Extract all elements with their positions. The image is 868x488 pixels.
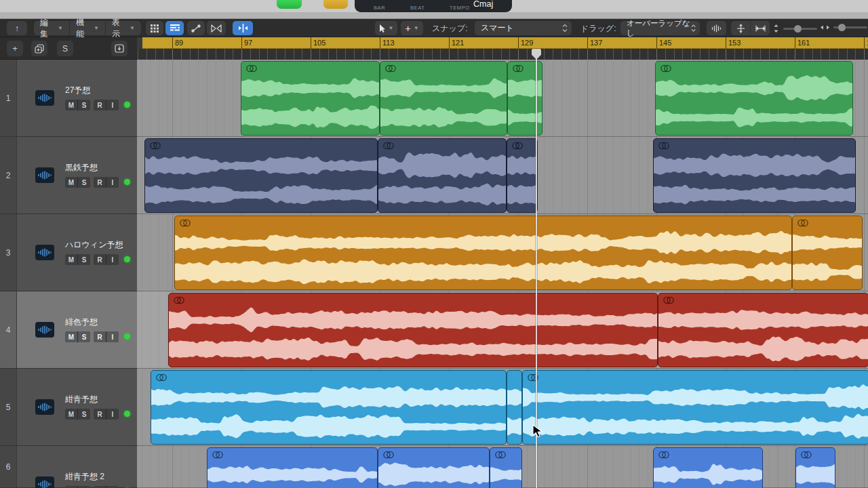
- back-button[interactable]: ↑: [7, 21, 27, 35]
- count-in-button[interactable]: [277, 0, 302, 9]
- input-monitor-button[interactable]: I: [106, 254, 119, 265]
- metronome-button[interactable]: [323, 0, 348, 9]
- audio-region[interactable]: [655, 61, 853, 136]
- mute-button[interactable]: M: [65, 177, 77, 188]
- audio-region[interactable]: [378, 138, 507, 213]
- menu-edit[interactable]: 編集▼: [34, 21, 69, 35]
- lcd-display[interactable]: BAR BEAT TEMPO Cmaj: [355, 0, 512, 12]
- horizontal-auto-zoom-button[interactable]: [751, 21, 770, 35]
- input-monitor-button[interactable]: I: [106, 100, 119, 110]
- duplicate-track-button[interactable]: [31, 41, 47, 56]
- mute-button[interactable]: M: [65, 100, 77, 110]
- track-name[interactable]: ハロウィン予想: [65, 239, 123, 251]
- snap-select[interactable]: スマート: [475, 21, 572, 35]
- track-number[interactable]: 6: [0, 446, 17, 487]
- audio-region[interactable]: [653, 138, 856, 213]
- track-lane[interactable]: [137, 291, 868, 369]
- track-name[interactable]: 緋色予想: [65, 317, 98, 328]
- track-name[interactable]: 紺青予想: [65, 394, 98, 405]
- audio-region[interactable]: [207, 447, 378, 488]
- lcd-key-signature[interactable]: Cmaj: [473, 0, 493, 9]
- drag-select[interactable]: オーバーラップなし: [620, 21, 700, 35]
- track-lane[interactable]: [137, 60, 868, 137]
- track-number[interactable]: 5: [0, 369, 17, 445]
- audio-region[interactable]: [380, 61, 507, 136]
- solo-button[interactable]: S: [78, 177, 90, 188]
- menu-functions[interactable]: 機能▼: [69, 21, 105, 35]
- audio-region[interactable]: [490, 447, 522, 488]
- grid-view-button[interactable]: [146, 21, 163, 35]
- mute-button[interactable]: M: [65, 409, 77, 420]
- track-header[interactable]: 2黒鉄予想MSRI: [0, 137, 137, 214]
- slider-thumb[interactable]: [794, 25, 802, 33]
- track-icon[interactable]: [35, 245, 54, 260]
- track-header[interactable]: 5紺青予想MSRI: [0, 369, 137, 446]
- audio-region[interactable]: [507, 370, 522, 445]
- audio-region[interactable]: [174, 216, 792, 290]
- track-name[interactable]: 27予想: [65, 85, 90, 96]
- bar-ruler[interactable]: 8997105113121129137145153161169: [137, 37, 868, 60]
- cycle-region[interactable]: 8997105113121129137145153161169: [142, 37, 868, 49]
- track-name[interactable]: 紺青予想 2: [65, 471, 104, 483]
- solo-button[interactable]: S: [78, 331, 90, 342]
- audio-region[interactable]: [653, 447, 763, 488]
- waveform-zoom-button[interactable]: [707, 21, 726, 35]
- audio-region[interactable]: [522, 370, 868, 445]
- track-icon[interactable]: [35, 90, 54, 106]
- vertical-auto-zoom-button[interactable]: [731, 21, 750, 35]
- track-header[interactable]: 3ハロウィン予想MSRI: [0, 214, 137, 291]
- solo-button[interactable]: S: [78, 254, 90, 265]
- add-track-button[interactable]: +: [7, 41, 23, 56]
- track-icon[interactable]: [35, 476, 54, 488]
- track-number[interactable]: 2: [0, 137, 17, 214]
- vertical-zoom-slider[interactable]: [773, 24, 817, 33]
- input-monitor-button[interactable]: I: [106, 331, 119, 342]
- catch-playhead-button[interactable]: [233, 21, 253, 35]
- pointer-tool-menu[interactable]: ▼: [375, 21, 397, 35]
- track-header[interactable]: 4緋色予想MSRI: [0, 291, 137, 369]
- mute-button[interactable]: M: [65, 254, 77, 265]
- input-monitor-button[interactable]: I: [106, 409, 119, 420]
- record-enable-button[interactable]: R: [94, 100, 106, 110]
- mute-button[interactable]: M: [65, 331, 77, 342]
- audio-region[interactable]: [144, 138, 378, 213]
- track-icon[interactable]: [35, 322, 54, 338]
- audio-region[interactable]: [658, 293, 868, 367]
- playhead-line[interactable]: [536, 49, 537, 488]
- track-icon[interactable]: [35, 167, 54, 183]
- menu-view[interactable]: 表示▼: [105, 21, 141, 35]
- track-lane[interactable]: [137, 137, 868, 214]
- global-solo-button[interactable]: S: [57, 41, 73, 56]
- flex-button[interactable]: [207, 21, 226, 35]
- audio-region[interactable]: [795, 447, 835, 488]
- audio-region[interactable]: [168, 293, 658, 367]
- solo-button[interactable]: S: [78, 100, 90, 110]
- record-enable-button[interactable]: R: [94, 409, 106, 420]
- slider-thumb[interactable]: [838, 24, 846, 31]
- track-header[interactable]: 127予想MSRI: [0, 60, 137, 137]
- command-tool-menu[interactable]: + ▼: [401, 21, 423, 35]
- track-header-config-button[interactable]: [111, 41, 127, 56]
- track-number[interactable]: 3: [0, 214, 17, 291]
- record-enable-button[interactable]: R: [94, 177, 106, 188]
- audio-region[interactable]: [507, 138, 538, 213]
- audio-region[interactable]: [507, 61, 542, 136]
- automation-button[interactable]: [187, 21, 205, 35]
- horizontal-zoom-slider[interactable]: [821, 24, 867, 30]
- solo-button[interactable]: S: [78, 409, 90, 420]
- track-lane[interactable]: [137, 369, 868, 446]
- audio-region[interactable]: [792, 216, 863, 290]
- track-number[interactable]: 4: [0, 291, 17, 368]
- audio-region[interactable]: [151, 370, 507, 445]
- record-enable-button[interactable]: R: [94, 254, 106, 265]
- track-header[interactable]: 6紺青予想 2MSRI: [0, 446, 137, 488]
- slider-track[interactable]: [783, 28, 817, 30]
- ruler-tick-strip[interactable]: [137, 49, 868, 60]
- track-lane[interactable]: [137, 214, 868, 291]
- track-view-button[interactable]: [165, 21, 184, 35]
- slider-track[interactable]: [833, 26, 867, 28]
- track-icon[interactable]: [35, 399, 54, 415]
- input-monitor-button[interactable]: I: [106, 177, 119, 188]
- track-number[interactable]: 1: [0, 60, 17, 136]
- audio-region[interactable]: [241, 61, 380, 136]
